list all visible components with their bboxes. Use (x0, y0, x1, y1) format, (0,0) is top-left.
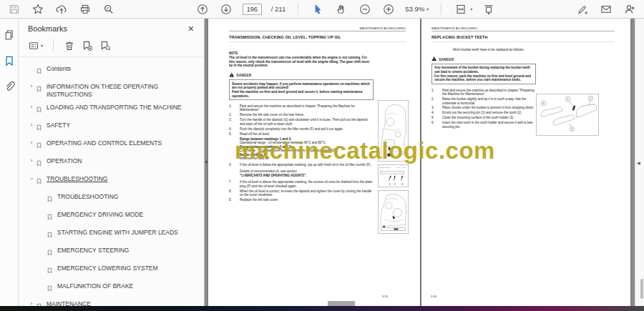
bookmark-options-dropdown[interactable]: ▾ (28, 40, 43, 51)
new-bookmark-icon[interactable] (82, 40, 92, 51)
toolbar-right-group (575, 2, 637, 16)
bookmark-icon (36, 122, 42, 134)
figure-engine-compartment-bottom (378, 190, 409, 234)
expand-chevron-icon[interactable]: › (27, 157, 36, 164)
bookmark-item-malfunktion-brake[interactable]: MALFUNKTION OF BRAKE (27, 280, 200, 297)
svg-text:2: 2 (590, 97, 591, 100)
expand-chevron-icon[interactable]: › (27, 300, 36, 307)
toolbar-center-group: 196 / 211 53.9% ▾ ▾ (195, 2, 496, 16)
left-navigation-rail (0, 19, 19, 306)
pdf-page-right[interactable]: MAINTENANCE AS REQUIRED REPLACING BUCKET… (421, 19, 630, 306)
bookmark-icon (36, 104, 42, 117)
toolbar-left-group (7, 2, 116, 16)
bookmarks-tree: Contents › INFORMATION ON THESE OPERATIN… (19, 57, 204, 306)
bookmark-icon (47, 247, 53, 260)
zoom-level-dropdown[interactable]: 53.9% ▾ (405, 5, 429, 13)
running-header: MAINTENANCE AS REQUIRED (431, 26, 615, 31)
share-with-person-icon[interactable] (623, 2, 637, 16)
save-icon[interactable] (7, 2, 21, 16)
bookmark-item-emergency-driving[interactable]: EMERGENCY DRIVING MODE (27, 208, 200, 226)
page-title: TRANSMISSION, CHECKING OIL LEVEL, TOPPIN… (229, 35, 406, 42)
expand-chevron-icon[interactable]: › (27, 83, 36, 90)
fill-and-sign-icon[interactable] (575, 2, 590, 16)
close-icon[interactable]: × (188, 25, 194, 32)
pdf-viewer-window: 196 / 211 53.9% ▾ ▾ (0, 0, 644, 311)
zoom-level-value: 53.9% (405, 5, 424, 13)
bookmark-item-emergency-lowering[interactable]: EMERGENCY LOWERING SYSTEM (27, 262, 200, 280)
bookmark-item-information[interactable]: › INFORMATION ON THESE OPERATING INSTRUC… (27, 80, 200, 101)
bookmark-item-troubleshooting[interactable]: › TROUBLESHOOTING (27, 172, 200, 190)
bookmark-icon (36, 65, 42, 78)
hand-tool-icon[interactable] (334, 2, 348, 16)
print-icon[interactable] (78, 2, 92, 16)
zoom-in-icon[interactable] (381, 2, 396, 16)
bookmark-item-operation[interactable]: › OPERATION (27, 154, 200, 172)
svg-text:3: 3 (401, 182, 404, 186)
page-scrolling-mode-icon[interactable] (482, 2, 496, 16)
delete-bookmark-icon[interactable] (64, 40, 74, 51)
bookmarks-panel-icon[interactable] (3, 54, 16, 67)
search-icon[interactable] (102, 2, 116, 16)
send-email-icon[interactable] (599, 2, 613, 16)
note-label: NOTE (229, 51, 374, 54)
warning-triangle-icon (431, 56, 437, 61)
step: 3.Turn the handle of the dipstick (G) an… (229, 118, 374, 126)
note-text: The oil level in the transmission can ri… (229, 56, 374, 67)
bookmark-icon (47, 282, 53, 295)
svg-text:1: 1 (389, 182, 391, 186)
share-upload-icon[interactable] (54, 2, 69, 16)
step: 2.Raise the bucket slightly and tip it i… (431, 97, 536, 105)
bookmark-item-operating-control[interactable]: › OPERATING AND CONTROL ELEMENTS (27, 137, 200, 154)
step: 6.If the oil level is below the appropri… (229, 163, 374, 167)
attachments-icon[interactable] (3, 80, 16, 93)
bookmark-icon (36, 157, 42, 170)
bookmark-icon (47, 211, 53, 224)
collapse-chevron-icon[interactable]: › (27, 175, 36, 182)
expand-chevron-icon[interactable]: › (27, 122, 36, 129)
step: 6.Insert the new tooth in the tooth hold… (431, 121, 536, 129)
step: 4.Push the dipstick completely into the … (229, 127, 374, 131)
expand-current-bookmark-icon[interactable] (99, 40, 110, 51)
bookmark-item-troubleshooting-child[interactable]: TROUBLESHOOTING (27, 190, 200, 208)
step: 2.Remove the left side cover on the rear… (229, 113, 374, 117)
next-page-icon[interactable] (219, 2, 233, 16)
page-thumbnails-icon[interactable] (3, 29, 16, 41)
bookmark-item-maintenance[interactable]: › MAINTENANCE (27, 297, 200, 306)
previous-page-icon[interactable] (195, 2, 210, 16)
svg-text:1: 1 (567, 98, 568, 101)
danger-heading: DANGER (229, 72, 374, 78)
bookmarks-panel-toolbar: ▾ (19, 36, 204, 57)
expand-tools-panel-arrow-icon[interactable]: ◀ (637, 160, 640, 165)
procedure-steps: 1.Park and secure the machine as describ… (431, 88, 536, 129)
step: 4.Knock out the securing pin (1) and rem… (431, 111, 536, 114)
page-number: 3-56 (431, 295, 436, 298)
bookmark-item-contents[interactable]: Contents (27, 62, 200, 80)
main-area: Bookmarks × ▾ Contents › INFO (0, 19, 644, 306)
procedure-steps: 1.Park and secure the machine as describ… (229, 104, 374, 202)
expand-chevron-icon[interactable]: › (27, 139, 36, 147)
danger-heading: DANGER (431, 56, 536, 61)
step: 7.If the oil level is above the appropri… (229, 180, 374, 188)
bookmark-item-loading-transporting[interactable]: › LOADING AND TRANSPORTING THE MACHINE (27, 101, 200, 119)
fit-width-dropdown[interactable]: ▾ (454, 2, 472, 16)
pdf-page-left[interactable]: MAINTENANCE AS REQUIRED TRANSMISSION, CH… (208, 19, 420, 306)
bookmark-item-jumper-leads[interactable]: STARTING ENGINE WITH JUMPER LEADS (27, 226, 200, 244)
right-tools-strip: ◀ (635, 19, 644, 306)
page-total-label: / 211 (271, 5, 286, 13)
bookmark-item-safety[interactable]: › SAFETY (27, 119, 200, 137)
expand-chevron-icon[interactable]: › (27, 104, 36, 111)
zoom-out-icon[interactable] (358, 2, 372, 16)
bookmark-item-emergency-steering[interactable]: EMERGENCY STEERING (27, 244, 200, 262)
star-favorite-icon[interactable] (31, 2, 45, 16)
page-number-input[interactable]: 196 (243, 4, 262, 15)
select-tool-icon[interactable] (311, 2, 325, 16)
bookmarks-panel-header: Bookmarks × (19, 19, 204, 36)
step: 1.Park and secure the machine as describ… (431, 88, 536, 96)
horizontal-scrollbar-thumb[interactable] (328, 301, 355, 306)
top-toolbar: 196 / 211 53.9% ▾ ▾ (0, 0, 644, 19)
svg-text:3: 3 (542, 102, 544, 105)
bookmarks-panel-title: Bookmarks (28, 24, 67, 33)
vertical-scrollbar-thumb[interactable] (640, 279, 643, 299)
collapse-panel-arrow-icon[interactable]: ◀ (205, 159, 208, 164)
step: 5.Read off the oil level: (229, 132, 374, 136)
